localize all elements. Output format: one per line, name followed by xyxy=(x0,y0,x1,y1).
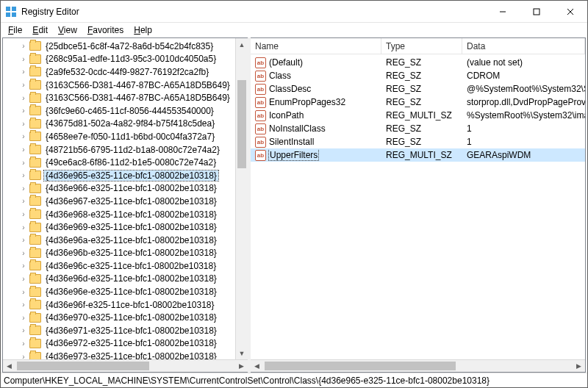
chevron-right-icon[interactable]: › xyxy=(19,249,28,257)
tree-horizontal-scrollbar[interactable]: ◀ ▶ xyxy=(3,359,248,372)
minimize-button[interactable] xyxy=(486,1,520,22)
tree-item[interactable]: ›{3163C566-D381-4467-87BC-A65A18D5B649} xyxy=(3,91,248,104)
chevron-right-icon[interactable]: › xyxy=(19,288,28,296)
chevron-right-icon[interactable]: › xyxy=(19,262,28,270)
column-header-name[interactable]: Name xyxy=(251,38,381,54)
tree-item[interactable]: ›{4d36e966-e325-11ce-bfc1-08002be10318} xyxy=(3,182,248,195)
chevron-right-icon[interactable]: › xyxy=(19,314,28,322)
folder-icon xyxy=(29,326,41,335)
scroll-up-icon[interactable]: ▲ xyxy=(236,38,248,51)
chevron-right-icon[interactable]: › xyxy=(19,275,28,283)
folder-icon xyxy=(29,106,41,115)
scroll-thumb[interactable] xyxy=(17,362,149,370)
list-row[interactable]: abSilentInstallREG_SZ1 xyxy=(251,135,585,148)
tree-item[interactable]: ›{268c95a1-edfe-11d3-95c3-0010dc4050a5} xyxy=(3,53,248,66)
folder-icon xyxy=(29,352,41,359)
tree-item[interactable]: ›{4d36e970-e325-11ce-bfc1-08002be10318} xyxy=(3,311,248,324)
chevron-right-icon[interactable]: › xyxy=(19,340,28,348)
menu-help[interactable]: Help xyxy=(129,24,157,37)
scroll-down-icon[interactable]: ▼ xyxy=(236,347,248,359)
chevron-right-icon[interactable]: › xyxy=(19,55,28,63)
tree-item[interactable]: ›{4d36e972-e325-11ce-bfc1-08002be10318} xyxy=(3,337,248,351)
tree-item[interactable]: ›{4d36e969-e325-11ce-bfc1-08002be10318} xyxy=(3,220,248,234)
tree-item[interactable]: ›{4d36e96a-e325-11ce-bfc1-08002be10318} xyxy=(3,234,248,247)
column-header-type[interactable]: Type xyxy=(381,38,462,54)
folder-icon xyxy=(29,223,41,232)
tree-item[interactable]: ›{2a9fe532-0cdc-44f9-9827-76192f2ca2fb} xyxy=(3,65,248,79)
scroll-left-icon[interactable]: ◀ xyxy=(251,362,263,370)
list-horizontal-scrollbar[interactable]: ◀ ▶ xyxy=(251,359,585,372)
value-data: %SystemRoot%\System32\ima xyxy=(462,110,585,121)
chevron-right-icon[interactable]: › xyxy=(19,197,28,205)
string-value-icon: ab xyxy=(255,150,266,161)
folder-icon xyxy=(29,54,41,64)
list-row[interactable]: abNoInstallClassREG_SZ1 xyxy=(251,122,585,135)
menu-file[interactable]: File xyxy=(4,24,26,37)
list-row[interactable]: abIconPathREG_MULTI_SZ%SystemRoot%\Syste… xyxy=(251,109,585,122)
close-button[interactable] xyxy=(553,1,587,22)
value-name: (Default) xyxy=(269,57,303,68)
value-type: REG_SZ xyxy=(381,71,462,81)
tree-item[interactable]: ›{4d36e96e-e325-11ce-bfc1-08002be10318} xyxy=(3,285,248,298)
list-row[interactable]: ab(Default)REG_SZ(value not set) xyxy=(251,56,585,69)
chevron-right-icon[interactable]: › xyxy=(19,107,28,115)
values-list[interactable]: ab(Default)REG_SZ(value not set)abClassR… xyxy=(251,54,585,359)
tree-item[interactable]: ›{4d36e971-e325-11ce-bfc1-08002be10318} xyxy=(3,324,248,337)
chevron-right-icon[interactable]: › xyxy=(19,132,28,140)
chevron-right-icon[interactable]: › xyxy=(19,159,28,167)
tree-item[interactable]: ›{49ce6ac8-6f86-11d2-b1e5-0080c72e74a2} xyxy=(3,156,248,169)
scroll-thumb[interactable] xyxy=(237,80,246,168)
tree-item[interactable]: ›{4d36e967-e325-11ce-bfc1-08002be10318} xyxy=(3,195,248,208)
tree-item[interactable]: ›{48721b56-6795-11d2-b1a8-0080c72e74a2} xyxy=(3,143,248,157)
tree-item[interactable]: ›{4d36e96f-e325-11ce-bfc1-08002be10318} xyxy=(3,298,248,312)
scroll-left-icon[interactable]: ◀ xyxy=(3,362,15,370)
menu-view[interactable]: View xyxy=(54,24,82,37)
chevron-right-icon[interactable]: › xyxy=(19,353,28,359)
tree-item[interactable]: ›{4d36e96b-e325-11ce-bfc1-08002be10318} xyxy=(3,247,248,260)
chevron-right-icon[interactable]: › xyxy=(19,81,28,89)
scroll-right-icon[interactable]: ▶ xyxy=(235,362,248,370)
menu-favorites[interactable]: Favorites xyxy=(83,24,128,37)
tree-item[interactable]: ›{4658ee7e-f050-11d1-b6bd-00c04fa372a7} xyxy=(3,130,248,143)
chevron-right-icon[interactable]: › xyxy=(19,184,28,193)
chevron-right-icon[interactable]: › xyxy=(19,171,28,179)
tree-item[interactable]: ›{4d36e968-e325-11ce-bfc1-08002be10318} xyxy=(3,208,248,221)
list-row[interactable]: abEnumPropPages32REG_SZstorprop.dll,DvdP… xyxy=(251,96,585,109)
chevron-right-icon[interactable]: › xyxy=(19,120,28,128)
chevron-right-icon[interactable]: › xyxy=(19,68,28,76)
menu-edit[interactable]: Edit xyxy=(28,24,52,37)
registry-tree[interactable]: ›{25dbce51-6c8f-4a72-8a6d-b54c2b4fc835}›… xyxy=(3,38,248,359)
tree-item[interactable]: ›{4d36e96c-e325-11ce-bfc1-08002be10318} xyxy=(3,259,248,273)
scroll-right-icon[interactable]: ▶ xyxy=(573,362,585,370)
maximize-button[interactable] xyxy=(520,1,553,22)
chevron-right-icon[interactable]: › xyxy=(19,210,28,218)
column-header-data[interactable]: Data xyxy=(462,38,585,54)
tree-item-label: {49ce6ac8-6f86-11d2-b1e5-0080c72e74a2} xyxy=(44,157,218,168)
tree-item-label: {4d36e970-e325-11ce-bfc1-08002be10318} xyxy=(44,312,218,323)
tree-item[interactable]: ›{25dbce51-6c8f-4a72-8a6d-b54c2b4fc835} xyxy=(3,40,248,53)
tree-item[interactable]: ›{4d36e965-e325-11ce-bfc1-08002be10318} xyxy=(3,169,248,182)
value-data: (value not set) xyxy=(462,57,585,68)
chevron-right-icon[interactable]: › xyxy=(19,146,28,154)
list-row[interactable]: abClassDescREG_SZ@%SystemRoot%\System32\… xyxy=(251,82,585,96)
chevron-right-icon[interactable]: › xyxy=(19,326,28,334)
value-data: CDROM xyxy=(462,71,585,81)
tree-item-label: {48721b56-6795-11d2-b1a8-0080c72e74a2} xyxy=(44,145,221,155)
tree-item[interactable]: ›{36fc9e60-c465-11cf-8056-444553540000} xyxy=(3,104,248,118)
list-row[interactable]: abClassREG_SZCDROM xyxy=(251,69,585,82)
list-row[interactable]: abUpperFiltersREG_MULTI_SZGEARAspiWDM xyxy=(251,148,585,162)
chevron-right-icon[interactable]: › xyxy=(19,94,28,102)
tree-vertical-scrollbar[interactable]: ▲ ▼ xyxy=(235,38,248,359)
value-name: EnumPropPages32 xyxy=(269,97,345,107)
chevron-right-icon[interactable]: › xyxy=(19,223,28,231)
tree-item-label: {25dbce51-6c8f-4a72-8a6d-b54c2b4fc835} xyxy=(44,41,215,51)
tree-item[interactable]: ›{4d36e973-e325-11ce-bfc1-08002be10318} xyxy=(3,350,248,359)
tree-item[interactable]: ›{4d36e96d-e325-11ce-bfc1-08002be10318} xyxy=(3,273,248,286)
chevron-right-icon[interactable]: › xyxy=(19,236,28,244)
tree-item[interactable]: ›{43675d81-502a-4a82-9f84-b75f418c5dea} xyxy=(3,118,248,131)
scroll-thumb[interactable] xyxy=(265,362,456,370)
tree-item[interactable]: ›{3163C566-D381-4467-87BC-A65A18D5B649} xyxy=(3,79,248,92)
string-value-icon: ab xyxy=(255,97,266,108)
chevron-right-icon[interactable]: › xyxy=(19,301,28,309)
chevron-right-icon[interactable]: › xyxy=(19,42,28,50)
